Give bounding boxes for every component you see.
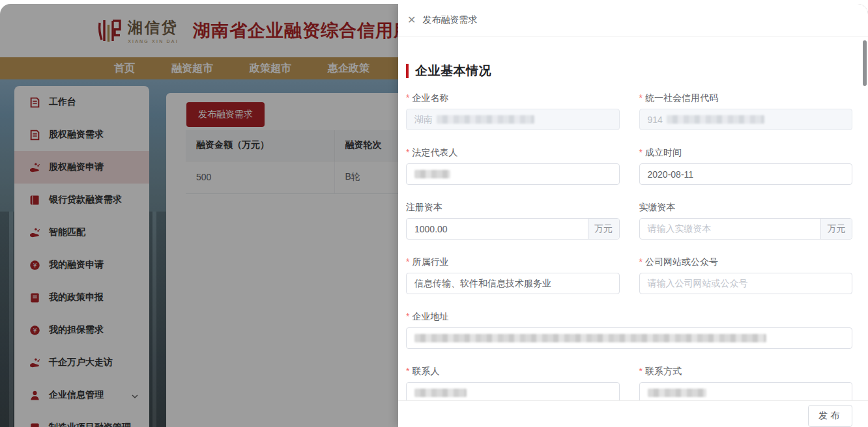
required-asterisk: * xyxy=(406,311,409,322)
redacted-value xyxy=(414,334,766,342)
section-title-company-basic: 企业基本情况 xyxy=(406,62,852,79)
unit-append: 万元 xyxy=(820,219,852,239)
required-asterisk: * xyxy=(406,256,409,267)
drawer-header: ✕ 发布融资需求 xyxy=(398,4,868,36)
company-basic-form: *企业名称 湖南 *统一社会信用代码 914 *法定代表人 xyxy=(406,92,852,400)
required-asterisk: * xyxy=(639,147,643,158)
credit-code-input[interactable]: 914 xyxy=(639,109,853,130)
close-icon[interactable]: ✕ xyxy=(407,15,416,25)
field-company-name: *企业名称 湖南 xyxy=(406,92,620,130)
screen: 湘信贷 XIANG XIN DAI 湖南省企业融资综合信用服务 首页 融资超市 … xyxy=(0,0,868,427)
field-industry: *所属行业 信息传输、软件和信息技术服务业 xyxy=(406,256,620,294)
required-asterisk: * xyxy=(639,366,643,376)
required-asterisk: * xyxy=(639,92,643,103)
field-paidin-capital: 实缴资本 请输入实缴资本 万元 xyxy=(639,202,853,240)
field-contact-person: *联系人 xyxy=(406,366,620,400)
redacted-value xyxy=(437,115,534,124)
drawer-body: 企业基本情况 *企业名称 湖南 *统一社会信用代码 914 xyxy=(398,36,868,400)
field-credit-code: *统一社会信用代码 914 xyxy=(639,92,853,130)
establish-date-input[interactable]: 2020-08-11 xyxy=(639,163,853,185)
contact-person-input[interactable] xyxy=(406,382,620,400)
redacted-value xyxy=(414,170,450,178)
drawer-scrollbar-thumb[interactable] xyxy=(863,40,867,86)
company-name-input[interactable]: 湖南 xyxy=(406,109,620,130)
field-establish-date: *成立时间 2020-08-11 xyxy=(639,147,853,185)
required-asterisk: * xyxy=(406,366,409,376)
industry-input[interactable]: 信息传输、软件和信息技术服务业 xyxy=(406,273,620,294)
required-asterisk: * xyxy=(406,147,409,158)
company-website-input[interactable]: 请输入公司网站或公众号 xyxy=(639,273,853,294)
field-company-address: *企业地址 xyxy=(406,311,852,349)
registered-capital-input[interactable]: 1000.00 万元 xyxy=(406,218,620,240)
field-company-website: *公司网站或公众号 请输入公司网站或公众号 xyxy=(639,256,853,294)
drawer-footer: 发布 xyxy=(398,400,868,427)
required-asterisk: * xyxy=(406,92,409,103)
drawer-title: 发布融资需求 xyxy=(422,14,477,26)
paidin-capital-input[interactable]: 请输入实缴资本 万元 xyxy=(639,218,853,240)
redacted-value xyxy=(414,389,467,397)
publish-submit-button[interactable]: 发布 xyxy=(808,405,852,427)
unit-append: 万元 xyxy=(588,219,619,239)
required-asterisk: * xyxy=(639,256,643,267)
legal-representative-input[interactable] xyxy=(406,163,620,185)
app-window: 湘信贷 XIANG XIN DAI 湖南省企业融资综合信用服务 首页 融资超市 … xyxy=(0,4,868,427)
publish-financing-drawer: ✕ 发布融资需求 企业基本情况 *企业名称 湖南 *统一社 xyxy=(398,4,868,427)
company-address-input[interactable] xyxy=(406,327,852,349)
contact-phone-input[interactable] xyxy=(639,382,853,400)
field-registered-capital: 注册资本 1000.00 万元 xyxy=(406,202,620,240)
field-contact-phone: *联系方式 xyxy=(639,366,853,400)
section-accent-bar xyxy=(406,64,409,78)
redacted-value xyxy=(648,389,706,397)
field-legal-representative: *法定代表人 xyxy=(406,147,620,185)
redacted-value xyxy=(667,115,764,124)
